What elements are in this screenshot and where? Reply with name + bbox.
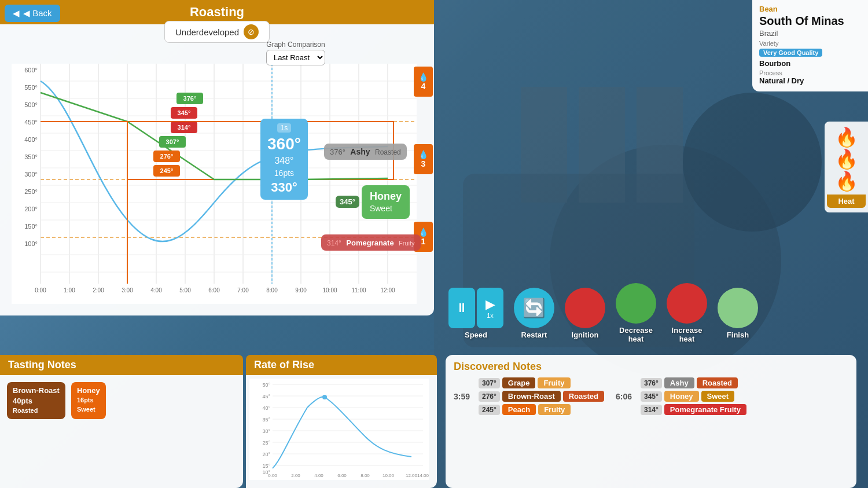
discovered-content: 3:59 307° Grape Fruity 276° Brown-Roast … <box>454 377 848 415</box>
svg-text:300°: 300° <box>24 171 38 178</box>
back-button[interactable]: ◀ ◀ Back <box>5 5 60 22</box>
tasting-item-0-sub: Roasted <box>13 406 60 415</box>
ignition-icon[interactable] <box>565 288 605 328</box>
time-group-1: 3:59 307° Grape Fruity 276° Brown-Roast … <box>454 377 604 415</box>
honey-name: Honey <box>370 190 402 203</box>
tasting-notes-content: Brown-Roast 40pts Roasted Honey 16pts Sw… <box>0 375 243 426</box>
notes-group-1: 307° Grape Fruity 276° Brown-Roast Roast… <box>479 377 604 415</box>
increase-heat-icon[interactable] <box>667 283 707 324</box>
chart-area: 600° 550° 500° 450° 400° 350° 300° 250° … <box>6 64 422 304</box>
svg-text:0:00: 0:00 <box>268 473 277 478</box>
pom-type: Fruity <box>399 240 415 247</box>
svg-text:11:00: 11:00 <box>351 287 366 293</box>
svg-text:500°: 500° <box>24 101 38 108</box>
note-label-pom: Pomegranate Fruity <box>664 404 746 415</box>
tasting-notes-panel: Tasting Notes Brown-Roast 40pts Roasted … <box>0 355 243 488</box>
note-temp-brown: 276° <box>479 391 500 402</box>
speed-label: Speed <box>465 331 487 339</box>
tasting-item-1-pts: 16pts <box>77 396 100 405</box>
note-temp-pom: 314° <box>641 405 662 415</box>
svg-text:400°: 400° <box>24 136 38 143</box>
status-badge: Underdeveloped ⊘ <box>164 21 270 43</box>
finish-button[interactable]: Finish <box>718 288 758 339</box>
svg-text:12:00: 12:00 <box>406 473 418 478</box>
svg-text:350°: 350° <box>24 153 38 160</box>
note-row-ashy: 376° Ashy Roasted <box>641 377 746 388</box>
heat-label: Heat <box>827 195 866 208</box>
flame-3: 🔥 <box>835 170 858 192</box>
tasting-badge-honey-sweet: Honey 16pts Sweet <box>71 382 106 419</box>
svg-text:307°: 307° <box>166 138 179 145</box>
decrease-heat-icon[interactable] <box>616 283 656 324</box>
increase-heat-label: Increase heat <box>672 326 703 343</box>
tasting-item-0-label: Brown-Roast <box>13 386 60 396</box>
controls-area: ⏸ ▶ 1x Speed 🔄 Restart Ignition Decrease… <box>448 283 758 343</box>
decrease-heat-label: Decrease heat <box>619 326 653 343</box>
note-type-brown: Roasted <box>563 391 604 402</box>
note-row-peach: 245° Peach Fruity <box>479 404 604 415</box>
tooltip-temp: 360° <box>267 135 301 153</box>
flame-drop-icon: 💧 <box>418 72 428 82</box>
ignition-button[interactable]: Ignition <box>565 288 605 339</box>
time-group-2: 6:06 376° Ashy Roasted 345° Honey Sweet … <box>616 377 746 415</box>
pause-button[interactable]: ⏸ <box>448 288 475 328</box>
svg-text:550°: 550° <box>24 84 38 91</box>
note-label-peach: Peach <box>502 404 536 415</box>
flame-drop-icon-3: 💧 <box>418 228 428 237</box>
pom-label: Pomegranate <box>346 239 393 247</box>
pomegranate-bubble: 314° Pomegranate Fruity <box>321 234 421 251</box>
graph-comparison-select[interactable]: Last Roast Best Roast None <box>266 50 325 65</box>
note-label-brown: Brown-Roast <box>502 391 561 402</box>
svg-text:30°: 30° <box>262 428 270 434</box>
note-type-honey: Sweet <box>701 391 735 402</box>
note-label-grape: Grape <box>502 377 536 388</box>
note-temp-peach: 245° <box>479 405 500 415</box>
tasting-item-1-sub: Sweet <box>77 405 100 414</box>
flame-2: 🔥 <box>835 148 858 170</box>
finish-icon[interactable] <box>718 288 758 328</box>
svg-text:14:00: 14:00 <box>417 473 429 478</box>
speed-control[interactable]: ⏸ ▶ 1x Speed <box>448 288 503 339</box>
svg-text:600°: 600° <box>24 67 38 74</box>
decrease-heat-button[interactable]: Decrease heat <box>616 283 656 343</box>
svg-text:150°: 150° <box>24 223 38 230</box>
restart-button[interactable]: 🔄 Restart <box>514 288 554 339</box>
svg-text:15°: 15° <box>262 463 270 469</box>
discovered-notes-panel: Discovered Notes 3:59 307° Grape Fruity … <box>446 355 856 488</box>
note-temp-ashy: 376° <box>641 378 662 388</box>
note-label-ashy: Ashy <box>664 377 694 388</box>
ror-header-label: Rate of Rise <box>254 359 314 370</box>
note-temp-honey: 345° <box>641 391 662 402</box>
back-arrow-icon: ◀ <box>13 8 20 19</box>
stop-icon: ⊘ <box>244 24 259 39</box>
honey-sweet-badge: Honey Sweet <box>362 185 410 219</box>
flame-indicators: 💧 4 💧 3 💧 1 <box>414 67 433 252</box>
svg-text:8:00: 8:00 <box>361 473 370 478</box>
bean-country: Brazil <box>759 29 861 38</box>
back-label: ◀ Back <box>23 8 52 19</box>
svg-text:314°: 314° <box>178 124 191 131</box>
tasting-item-1-label: Honey <box>77 386 100 396</box>
svg-text:20°: 20° <box>262 452 270 457</box>
svg-text:10:00: 10:00 <box>322 287 337 293</box>
process-label: Process <box>759 69 861 76</box>
increase-heat-button[interactable]: Increase heat <box>667 283 707 343</box>
note-type-grape: Fruity <box>538 377 570 388</box>
variety-value: Bourbon <box>759 59 861 68</box>
svg-text:5:00: 5:00 <box>179 287 191 293</box>
quality-badge: Very Good Quality <box>759 49 822 57</box>
play-button[interactable]: ▶ 1x <box>477 288 503 328</box>
discovered-header: Discovered Notes <box>454 361 848 373</box>
restart-icon[interactable]: 🔄 <box>514 288 554 328</box>
svg-text:2:00: 2:00 <box>93 287 104 293</box>
svg-text:4:00: 4:00 <box>314 473 323 478</box>
tooltip-time: 1s <box>277 123 292 133</box>
svg-text:200°: 200° <box>24 206 38 212</box>
svg-text:450°: 450° <box>24 119 38 126</box>
note-temp-grape: 307° <box>479 378 500 388</box>
svg-text:3:00: 3:00 <box>122 287 133 293</box>
rate-of-rise-panel: Rate of Rise 50° 45° 40° 35° 30° 25° 20°… <box>246 355 437 488</box>
svg-text:1:00: 1:00 <box>64 287 75 293</box>
bean-header: Bean <box>759 5 861 13</box>
svg-text:35°: 35° <box>262 417 270 423</box>
